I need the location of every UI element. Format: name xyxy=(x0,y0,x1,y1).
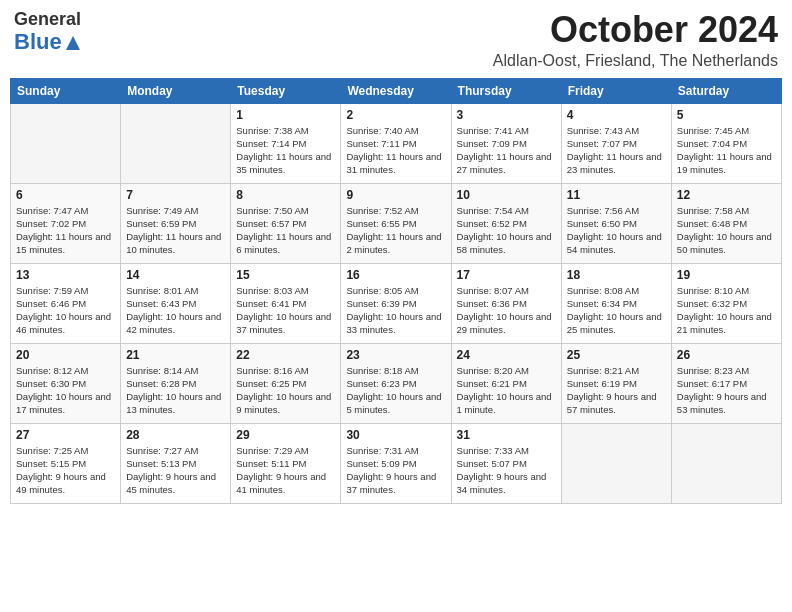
cell-info: Sunrise: 8:21 AMSunset: 6:19 PMDaylight:… xyxy=(567,364,666,417)
week-row-4: 20Sunrise: 8:12 AMSunset: 6:30 PMDayligh… xyxy=(11,343,782,423)
location-title: Aldlan-Oost, Friesland, The Netherlands xyxy=(493,52,778,70)
day-number: 30 xyxy=(346,428,445,442)
cell-info: Sunrise: 7:41 AMSunset: 7:09 PMDaylight:… xyxy=(457,124,556,177)
calendar-cell: 27Sunrise: 7:25 AMSunset: 5:15 PMDayligh… xyxy=(11,423,121,503)
calendar-cell: 24Sunrise: 8:20 AMSunset: 6:21 PMDayligh… xyxy=(451,343,561,423)
cell-info: Sunrise: 8:08 AMSunset: 6:34 PMDaylight:… xyxy=(567,284,666,337)
week-row-3: 13Sunrise: 7:59 AMSunset: 6:46 PMDayligh… xyxy=(11,263,782,343)
calendar-cell: 26Sunrise: 8:23 AMSunset: 6:17 PMDayligh… xyxy=(671,343,781,423)
calendar-table: SundayMondayTuesdayWednesdayThursdayFrid… xyxy=(10,78,782,504)
day-number: 24 xyxy=(457,348,556,362)
day-number: 23 xyxy=(346,348,445,362)
calendar-cell: 22Sunrise: 8:16 AMSunset: 6:25 PMDayligh… xyxy=(231,343,341,423)
calendar-cell: 20Sunrise: 8:12 AMSunset: 6:30 PMDayligh… xyxy=(11,343,121,423)
cell-info: Sunrise: 8:05 AMSunset: 6:39 PMDaylight:… xyxy=(346,284,445,337)
calendar-cell: 28Sunrise: 7:27 AMSunset: 5:13 PMDayligh… xyxy=(121,423,231,503)
weekday-header-wednesday: Wednesday xyxy=(341,78,451,103)
cell-info: Sunrise: 7:29 AMSunset: 5:11 PMDaylight:… xyxy=(236,444,335,497)
cell-info: Sunrise: 8:23 AMSunset: 6:17 PMDaylight:… xyxy=(677,364,776,417)
cell-info: Sunrise: 8:07 AMSunset: 6:36 PMDaylight:… xyxy=(457,284,556,337)
calendar-cell: 14Sunrise: 8:01 AMSunset: 6:43 PMDayligh… xyxy=(121,263,231,343)
calendar-cell: 30Sunrise: 7:31 AMSunset: 5:09 PMDayligh… xyxy=(341,423,451,503)
calendar-cell: 21Sunrise: 8:14 AMSunset: 6:28 PMDayligh… xyxy=(121,343,231,423)
day-number: 17 xyxy=(457,268,556,282)
day-number: 31 xyxy=(457,428,556,442)
cell-info: Sunrise: 7:56 AMSunset: 6:50 PMDaylight:… xyxy=(567,204,666,257)
cell-info: Sunrise: 7:59 AMSunset: 6:46 PMDaylight:… xyxy=(16,284,115,337)
calendar-cell: 10Sunrise: 7:54 AMSunset: 6:52 PMDayligh… xyxy=(451,183,561,263)
calendar-cell: 7Sunrise: 7:49 AMSunset: 6:59 PMDaylight… xyxy=(121,183,231,263)
logo-general-text: General xyxy=(14,10,81,30)
cell-info: Sunrise: 7:43 AMSunset: 7:07 PMDaylight:… xyxy=(567,124,666,177)
cell-info: Sunrise: 8:03 AMSunset: 6:41 PMDaylight:… xyxy=(236,284,335,337)
cell-info: Sunrise: 7:25 AMSunset: 5:15 PMDaylight:… xyxy=(16,444,115,497)
day-number: 2 xyxy=(346,108,445,122)
cell-info: Sunrise: 7:38 AMSunset: 7:14 PMDaylight:… xyxy=(236,124,335,177)
svg-marker-0 xyxy=(66,36,80,50)
calendar-cell: 29Sunrise: 7:29 AMSunset: 5:11 PMDayligh… xyxy=(231,423,341,503)
calendar-cell: 5Sunrise: 7:45 AMSunset: 7:04 PMDaylight… xyxy=(671,103,781,183)
cell-info: Sunrise: 7:33 AMSunset: 5:07 PMDaylight:… xyxy=(457,444,556,497)
cell-info: Sunrise: 8:18 AMSunset: 6:23 PMDaylight:… xyxy=(346,364,445,417)
page-header: General Blue October 2024 Aldlan-Oost, F… xyxy=(10,10,782,70)
calendar-cell: 12Sunrise: 7:58 AMSunset: 6:48 PMDayligh… xyxy=(671,183,781,263)
day-number: 12 xyxy=(677,188,776,202)
cell-info: Sunrise: 8:20 AMSunset: 6:21 PMDaylight:… xyxy=(457,364,556,417)
day-number: 20 xyxy=(16,348,115,362)
weekday-header-row: SundayMondayTuesdayWednesdayThursdayFrid… xyxy=(11,78,782,103)
calendar-cell: 31Sunrise: 7:33 AMSunset: 5:07 PMDayligh… xyxy=(451,423,561,503)
day-number: 13 xyxy=(16,268,115,282)
calendar-cell: 13Sunrise: 7:59 AMSunset: 6:46 PMDayligh… xyxy=(11,263,121,343)
logo: General Blue xyxy=(14,10,82,54)
day-number: 18 xyxy=(567,268,666,282)
calendar-cell xyxy=(671,423,781,503)
day-number: 21 xyxy=(126,348,225,362)
week-row-2: 6Sunrise: 7:47 AMSunset: 7:02 PMDaylight… xyxy=(11,183,782,263)
cell-info: Sunrise: 7:40 AMSunset: 7:11 PMDaylight:… xyxy=(346,124,445,177)
day-number: 6 xyxy=(16,188,115,202)
month-title: October 2024 xyxy=(493,10,778,50)
day-number: 28 xyxy=(126,428,225,442)
day-number: 22 xyxy=(236,348,335,362)
cell-info: Sunrise: 7:50 AMSunset: 6:57 PMDaylight:… xyxy=(236,204,335,257)
day-number: 8 xyxy=(236,188,335,202)
day-number: 9 xyxy=(346,188,445,202)
day-number: 25 xyxy=(567,348,666,362)
day-number: 4 xyxy=(567,108,666,122)
day-number: 16 xyxy=(346,268,445,282)
day-number: 29 xyxy=(236,428,335,442)
logo-icon xyxy=(64,34,82,52)
cell-info: Sunrise: 7:27 AMSunset: 5:13 PMDaylight:… xyxy=(126,444,225,497)
week-row-1: 1Sunrise: 7:38 AMSunset: 7:14 PMDaylight… xyxy=(11,103,782,183)
day-number: 3 xyxy=(457,108,556,122)
calendar-cell xyxy=(121,103,231,183)
weekday-header-saturday: Saturday xyxy=(671,78,781,103)
calendar-cell xyxy=(11,103,121,183)
calendar-cell: 4Sunrise: 7:43 AMSunset: 7:07 PMDaylight… xyxy=(561,103,671,183)
day-number: 15 xyxy=(236,268,335,282)
cell-info: Sunrise: 8:14 AMSunset: 6:28 PMDaylight:… xyxy=(126,364,225,417)
calendar-cell: 17Sunrise: 8:07 AMSunset: 6:36 PMDayligh… xyxy=(451,263,561,343)
calendar-cell: 9Sunrise: 7:52 AMSunset: 6:55 PMDaylight… xyxy=(341,183,451,263)
calendar-cell: 3Sunrise: 7:41 AMSunset: 7:09 PMDaylight… xyxy=(451,103,561,183)
cell-info: Sunrise: 8:12 AMSunset: 6:30 PMDaylight:… xyxy=(16,364,115,417)
weekday-header-friday: Friday xyxy=(561,78,671,103)
cell-info: Sunrise: 7:58 AMSunset: 6:48 PMDaylight:… xyxy=(677,204,776,257)
day-number: 5 xyxy=(677,108,776,122)
calendar-cell: 18Sunrise: 8:08 AMSunset: 6:34 PMDayligh… xyxy=(561,263,671,343)
cell-info: Sunrise: 7:52 AMSunset: 6:55 PMDaylight:… xyxy=(346,204,445,257)
calendar-cell: 6Sunrise: 7:47 AMSunset: 7:02 PMDaylight… xyxy=(11,183,121,263)
calendar-cell: 16Sunrise: 8:05 AMSunset: 6:39 PMDayligh… xyxy=(341,263,451,343)
calendar-cell: 2Sunrise: 7:40 AMSunset: 7:11 PMDaylight… xyxy=(341,103,451,183)
day-number: 26 xyxy=(677,348,776,362)
title-block: October 2024 Aldlan-Oost, Friesland, The… xyxy=(493,10,778,70)
weekday-header-monday: Monday xyxy=(121,78,231,103)
logo-blue-text: Blue xyxy=(14,30,62,54)
cell-info: Sunrise: 8:01 AMSunset: 6:43 PMDaylight:… xyxy=(126,284,225,337)
weekday-header-thursday: Thursday xyxy=(451,78,561,103)
day-number: 11 xyxy=(567,188,666,202)
cell-info: Sunrise: 8:10 AMSunset: 6:32 PMDaylight:… xyxy=(677,284,776,337)
calendar-cell xyxy=(561,423,671,503)
calendar-cell: 19Sunrise: 8:10 AMSunset: 6:32 PMDayligh… xyxy=(671,263,781,343)
day-number: 19 xyxy=(677,268,776,282)
